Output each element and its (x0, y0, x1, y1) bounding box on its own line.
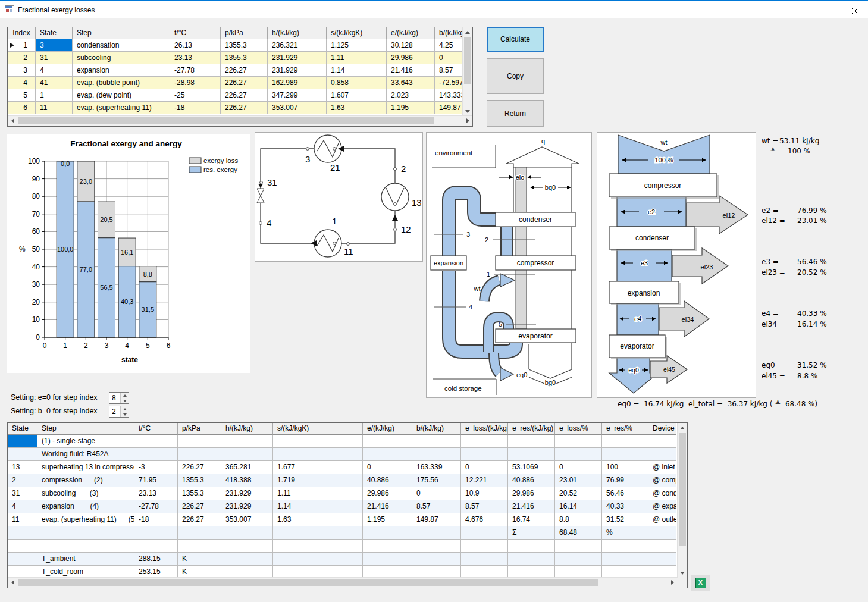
close-button[interactable] (841, 2, 868, 19)
grid-cell[interactable]: -28.98 (170, 77, 221, 89)
grid-cell[interactable]: evap. (bubble point) (73, 77, 170, 89)
column-header[interactable]: e/(kJ/kg) (387, 27, 435, 39)
grid-cell[interactable] (221, 435, 273, 448)
states-table-horizontal-scrollbar[interactable] (8, 115, 472, 126)
grid-cell[interactable]: 0 (461, 461, 508, 474)
grid-cell[interactable]: 231.929 (268, 52, 327, 64)
grid-cell[interactable] (461, 435, 508, 448)
grid-cell[interactable]: 1.125 (327, 39, 387, 52)
grid-cell[interactable]: @ comp (648, 474, 676, 487)
grid-cell[interactable]: expansion (4) (37, 500, 134, 513)
grid-cell[interactable]: @ expan (648, 500, 676, 513)
column-header[interactable]: b/(kJ/kg) (435, 27, 464, 39)
grid-cell[interactable]: 1.63 (327, 102, 387, 114)
grid-cell[interactable]: 288.15 (134, 553, 178, 566)
grid-cell[interactable] (134, 448, 178, 461)
grid-cell[interactable]: superheating 13 in compressor (1) (37, 461, 134, 474)
grid-cell[interactable]: -27.78 (170, 64, 221, 77)
grid-cell[interactable] (178, 448, 221, 461)
column-header[interactable]: State (36, 27, 73, 39)
grid-cell[interactable]: 0.858 (327, 77, 387, 89)
row-header-cell[interactable]: 6 (8, 102, 36, 114)
grid-cell[interactable]: Working fluid: R452A (37, 448, 134, 461)
grid-cell[interactable] (461, 553, 508, 566)
grid-cell[interactable] (555, 448, 602, 461)
grid-cell[interactable]: 231.929 (221, 487, 273, 500)
scroll-up-button[interactable] (463, 27, 472, 37)
grid-cell[interactable]: 226.27 (221, 77, 268, 89)
results-table-horizontal-scrollbar[interactable] (8, 577, 677, 588)
grid-cell[interactable]: 226.27 (178, 500, 221, 513)
grid-cell[interactable] (221, 540, 273, 553)
grid-cell[interactable]: 40.33 (602, 500, 648, 513)
grid-cell[interactable] (178, 526, 221, 540)
grid-cell[interactable] (273, 526, 363, 540)
grid-cell[interactable]: 12.221 (461, 474, 508, 487)
row-header-cell[interactable]: 3 (8, 64, 36, 77)
grid-cell[interactable]: 4 (36, 64, 73, 77)
grid-cell[interactable]: 162.989 (268, 77, 327, 89)
grid-cell[interactable]: 29.986 (508, 487, 555, 500)
grid-cell[interactable]: 226.27 (178, 461, 221, 474)
grid-cell[interactable]: 1.11 (327, 52, 387, 64)
grid-cell[interactable] (461, 526, 508, 540)
grid-cell[interactable]: T_ambient (37, 553, 134, 566)
grid-cell[interactable]: 20.52 (555, 487, 602, 500)
grid-cell[interactable]: (1) - single-stage (37, 435, 134, 448)
grid-cell[interactable]: subcooling (73, 52, 170, 64)
return-button[interactable]: Return (487, 100, 544, 127)
grid-cell[interactable]: evap. (superheating 11) (73, 102, 170, 114)
grid-cell[interactable]: 2 (8, 474, 37, 487)
row-header-cell[interactable]: 2 (8, 52, 36, 64)
grid-cell[interactable]: 1.14 (273, 500, 363, 513)
maximize-button[interactable] (814, 2, 841, 19)
grid-cell[interactable] (8, 553, 37, 566)
grid-cell[interactable]: 23.13 (170, 52, 221, 64)
grid-cell[interactable]: 0 (555, 461, 602, 474)
copy-button[interactable]: Copy (487, 58, 544, 94)
grid-cell[interactable] (648, 435, 676, 448)
grid-cell[interactable]: evap. (superheating 11) (5) (37, 513, 134, 526)
scroll-right-button[interactable] (668, 578, 677, 587)
grid-cell[interactable] (555, 540, 602, 553)
spin-up-button[interactable] (121, 406, 129, 412)
grid-cell[interactable]: 226.27 (221, 64, 268, 77)
column-header[interactable]: e_loss/(kJ/kg) (461, 423, 508, 435)
grid-cell[interactable]: 26.13 (170, 39, 221, 52)
export-excel-button[interactable]: X (691, 575, 710, 591)
column-header[interactable]: Step (73, 27, 170, 39)
grid-cell[interactable] (37, 526, 134, 540)
grid-cell[interactable] (602, 540, 648, 553)
column-header[interactable]: t/°C (134, 423, 178, 435)
column-header[interactable]: e_loss/% (555, 423, 602, 435)
grid-cell[interactable]: 4.25 (435, 39, 464, 52)
grid-cell[interactable]: 76.99 (602, 474, 648, 487)
grid-cell[interactable]: 1.195 (363, 513, 412, 526)
grid-cell[interactable]: 56.46 (602, 487, 648, 500)
states-table-vertical-scrollbar[interactable] (462, 27, 472, 116)
grid-cell[interactable]: 41 (36, 77, 73, 89)
scroll-down-button[interactable] (678, 568, 687, 578)
scroll-down-button[interactable] (463, 106, 472, 116)
scrollbar-thumb[interactable] (464, 37, 471, 84)
grid-cell[interactable] (221, 526, 273, 540)
grid-cell[interactable]: 1.63 (273, 513, 363, 526)
grid-cell[interactable] (412, 526, 461, 540)
grid-cell[interactable] (221, 553, 273, 566)
column-header[interactable]: Step (37, 423, 134, 435)
e0-step-index-spinner[interactable]: 8 (109, 392, 129, 404)
grid-cell[interactable]: 1355.3 (221, 39, 268, 52)
grid-cell[interactable] (363, 435, 412, 448)
grid-cell[interactable]: 226.27 (221, 89, 268, 102)
grid-cell[interactable]: 365.281 (221, 461, 273, 474)
grid-cell[interactable]: 149.87 (412, 513, 461, 526)
grid-cell[interactable]: -27.78 (134, 500, 178, 513)
grid-cell[interactable] (363, 540, 412, 553)
grid-cell[interactable] (412, 540, 461, 553)
grid-cell[interactable]: 1.11 (273, 487, 363, 500)
grid-cell[interactable] (412, 553, 461, 566)
grid-cell[interactable] (508, 553, 555, 566)
scroll-up-button[interactable] (678, 423, 687, 432)
grid-cell[interactable]: 1.195 (387, 102, 435, 114)
grid-cell[interactable] (37, 540, 134, 553)
